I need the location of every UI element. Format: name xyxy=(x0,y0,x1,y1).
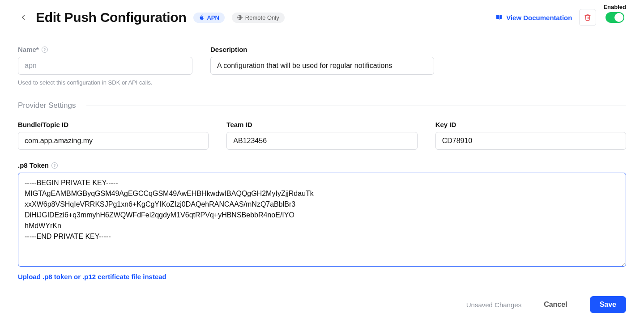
remote-only-badge: Remote Only xyxy=(232,13,285,23)
page-header: Edit Push Configuration APN Remote Only … xyxy=(18,9,626,26)
view-documentation-label: View Documentation xyxy=(506,14,572,21)
key-id-label: Key ID xyxy=(435,121,626,128)
view-documentation-link[interactable]: View Documentation xyxy=(495,14,572,21)
enabled-toggle[interactable] xyxy=(606,12,624,23)
help-icon[interactable]: ? xyxy=(51,162,58,169)
p8-token-label: .p8 Token ? xyxy=(18,161,626,169)
toggle-knob xyxy=(614,13,623,22)
bundle-id-input[interactable] xyxy=(18,132,209,150)
provider-settings-divider: Provider Settings xyxy=(18,101,626,110)
divider-line xyxy=(86,106,626,106)
enabled-label: Enabled xyxy=(603,4,626,10)
team-id-input[interactable] xyxy=(226,132,417,150)
book-icon xyxy=(495,14,503,21)
back-button[interactable] xyxy=(18,12,29,23)
apn-badge-label: APN xyxy=(207,14,219,21)
bundle-id-label: Bundle/Topic ID xyxy=(18,121,209,128)
description-field: Description xyxy=(210,46,434,86)
page-footer: Unsaved Changes Cancel Save xyxy=(18,296,626,313)
apn-badge: APN xyxy=(193,13,224,23)
apple-icon xyxy=(199,14,204,21)
help-icon[interactable]: ? xyxy=(42,47,48,53)
name-label: Name* ? xyxy=(18,46,192,53)
key-id-field: Key ID xyxy=(435,121,626,150)
cancel-button[interactable]: Cancel xyxy=(534,296,577,313)
globe-icon xyxy=(237,15,243,20)
p8-token-textarea[interactable] xyxy=(18,173,626,267)
remote-only-badge-label: Remote Only xyxy=(245,14,279,21)
unsaved-changes-label: Unsaved Changes xyxy=(466,301,521,309)
upload-file-link[interactable]: Upload .p8 token or .p12 certificate fil… xyxy=(18,273,166,280)
name-hint: Used to select this configuration in SDK… xyxy=(18,79,192,86)
description-label: Description xyxy=(210,46,434,53)
page-title: Edit Push Configuration xyxy=(36,10,186,25)
delete-button[interactable] xyxy=(579,9,596,26)
save-button[interactable]: Save xyxy=(590,296,626,313)
name-field: Name* ? Used to select this configuratio… xyxy=(18,46,192,86)
team-id-label: Team ID xyxy=(226,121,417,128)
description-input[interactable] xyxy=(210,57,434,75)
key-id-input[interactable] xyxy=(435,132,626,150)
provider-settings-title: Provider Settings xyxy=(18,101,76,110)
name-input[interactable] xyxy=(18,57,192,75)
team-id-field: Team ID xyxy=(226,121,417,150)
trash-icon xyxy=(584,14,591,21)
bundle-id-field: Bundle/Topic ID xyxy=(18,121,209,150)
arrow-left-icon xyxy=(19,13,27,21)
enabled-toggle-block: Enabled xyxy=(603,4,626,23)
